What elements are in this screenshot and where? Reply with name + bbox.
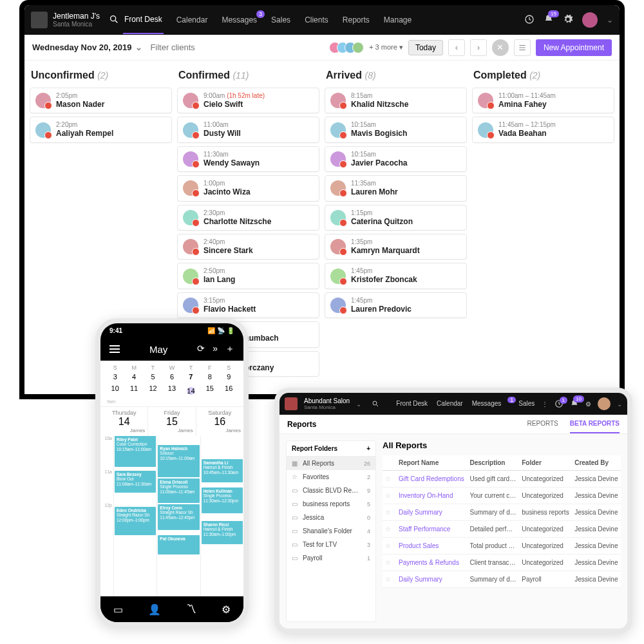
date-cell[interactable]: 7 [182, 373, 200, 381]
tablet-avatar[interactable] [598, 397, 611, 410]
more-icon[interactable]: ⋮ [542, 401, 548, 408]
star-icon[interactable]: ☆ [385, 559, 391, 566]
schedule-col-2[interactable]: Samantha LiHaircut & Finish10:45am–11:30… [200, 436, 243, 596]
schedule-event[interactable]: Pat Okuneva [158, 535, 199, 554]
new-appointment-button[interactable]: New Appointment [536, 39, 612, 56]
column-header[interactable]: Created By [572, 455, 621, 471]
tab-profile-icon[interactable]: 👤 [148, 603, 161, 616]
tablet-nav-front-desk[interactable]: Front Desk [396, 400, 428, 408]
table-row[interactable]: ☆Daily SummarySummary of d…PayrollJessic… [383, 571, 621, 588]
schedule-event[interactable]: Ryan HalmichScissor10:15am–11:00am [158, 445, 199, 477]
column-header[interactable]: Report Name [396, 455, 467, 471]
date-cell[interactable]: 10 [106, 384, 124, 397]
phone-schedule[interactable]: 10a11a12p Riley PatelColor Correction10:… [100, 436, 243, 596]
nav-reports[interactable]: Reports [341, 6, 371, 33]
clock-icon[interactable] [524, 14, 535, 26]
schedule-event[interactable]: Samantha LiHaircut & Finish10:45am–11:30… [202, 459, 243, 482]
appointment-card[interactable]: 2:40pmSincere Stark [177, 234, 319, 260]
appointment-card[interactable]: 2:05pmMason Nader [30, 88, 172, 113]
list-view-icon[interactable] [514, 39, 531, 56]
report-name-link[interactable]: Payments & Refunds [396, 554, 467, 571]
nav-clients[interactable]: Clients [303, 6, 330, 33]
tab-reports-icon[interactable]: 〽 [186, 603, 196, 615]
report-name-link[interactable]: Gift Card Redemptions [396, 471, 467, 488]
date-cell[interactable]: 8 [200, 373, 219, 381]
appointment-card[interactable]: 1:45pmLauren Predovic [325, 292, 467, 318]
staff-avatars[interactable] [333, 42, 364, 53]
date-cell[interactable]: 11 [124, 384, 143, 397]
star-icon[interactable]: ☆ [385, 576, 391, 583]
tablet-brand[interactable]: Abundant Salon Santa Monica [304, 397, 350, 410]
tablet-notifications[interactable]: 10 [570, 399, 579, 408]
schedule-event[interactable]: Elroy ConnStraight Razor Sh11:45am–12:45… [158, 504, 199, 530]
appointment-card[interactable]: 1:45pmKristofer Zboncak [325, 263, 467, 289]
schedule-event[interactable]: Eden OndrickaStraight Razor Sh12:00pm–1:… [115, 507, 156, 535]
folder-item[interactable]: ▭Classic BLVD Re…9 [287, 484, 375, 497]
date-cell[interactable]: 5 [144, 373, 162, 381]
tablet-nav-messages[interactable]: Messages1 [472, 400, 510, 408]
day-header[interactable]: Friday15James [148, 407, 196, 436]
date-cell[interactable]: 4 [124, 373, 143, 381]
schedule-col-0[interactable]: Riley PatelColor Correction10:15am–11:00… [113, 436, 156, 596]
appointment-card[interactable]: 2:30pmCharlotte Nitzsche [177, 205, 319, 231]
appointment-card[interactable]: 11:45am – 12:15pmVada Beahan [472, 117, 614, 142]
star-icon[interactable]: ☆ [385, 526, 391, 533]
star-icon[interactable]: ☆ [385, 475, 391, 482]
filter-clients-input[interactable] [150, 43, 253, 52]
nav-manage[interactable]: Manage [383, 6, 413, 33]
report-name-link[interactable]: Daily Summary [396, 504, 467, 521]
close-icon[interactable]: ✕ [492, 39, 509, 56]
tablet-nav-calendar[interactable]: Calendar [437, 400, 463, 408]
date-cell[interactable]: 6 [162, 373, 181, 381]
date-cell[interactable]: 3 [106, 373, 124, 381]
phone-title[interactable]: May [149, 344, 167, 355]
appointment-card[interactable]: 11:00am – 11:45amAmina Fahey [472, 88, 614, 113]
chevron-down-icon[interactable]: ⌄ [607, 15, 613, 24]
notifications[interactable]: 15 [544, 14, 554, 26]
forward-icon[interactable]: » [213, 343, 218, 355]
schedule-event[interactable]: Riley PatelColor Correction10:15am–11:00… [115, 436, 156, 467]
date-cell[interactable]: 16 [220, 384, 238, 397]
appointment-card[interactable]: 11:00amDusty Will [177, 117, 319, 142]
column-header[interactable]: Description [467, 455, 519, 471]
appointment-card[interactable]: 11:30amWendy Sawayn [177, 146, 319, 172]
table-row[interactable]: ☆Daily SummarySummary of d…business repo… [383, 504, 621, 521]
today-button[interactable]: Today [408, 40, 443, 55]
nav-sales[interactable]: Sales [270, 6, 292, 33]
clock-icon[interactable]: 1 [554, 399, 564, 408]
day-header[interactable]: Thursday14James [100, 407, 148, 436]
appointment-card[interactable]: 3:15pmFlavio Hackett [177, 292, 319, 318]
star-icon[interactable]: ☆ [385, 542, 391, 549]
appointment-card[interactable]: 11:35amLauren Mohr [325, 175, 467, 201]
column-header[interactable]: Folder [519, 455, 572, 471]
tab-settings-icon[interactable]: ⚙ [222, 603, 231, 616]
search-icon[interactable] [109, 14, 119, 26]
chevron-down-icon[interactable]: ⌄ [356, 401, 361, 408]
appointment-card[interactable]: 1:00pmJacinto Wiza [177, 175, 319, 201]
date-cell[interactable]: 14 [182, 384, 200, 397]
schedule-event[interactable]: Sharon RicciHaircut & Finish11:30am–1:00… [202, 521, 243, 544]
appointment-card[interactable]: 8:15amKhalid Nitzsche [325, 88, 467, 113]
folder-item[interactable]: ▭Payroll1 [287, 551, 375, 565]
appointment-card[interactable]: 1:15pmCaterina Quitzon [325, 205, 467, 231]
next-day-button[interactable]: › [470, 39, 487, 56]
refresh-icon[interactable]: ⟳ [197, 343, 205, 355]
folder-item[interactable]: ▦All Reports26 [287, 457, 375, 470]
add-folder-button[interactable]: + [366, 445, 370, 452]
folder-item[interactable]: ▭Test for LTV3 [287, 538, 375, 551]
date-cell[interactable]: 13 [162, 384, 181, 397]
gear-icon[interactable] [563, 14, 573, 26]
report-name-link[interactable]: Inventory On-Hand [396, 488, 467, 504]
schedule-event[interactable]: Sara BesseyBlow Out11:00am–11:30am [115, 471, 156, 493]
table-row[interactable]: ☆Product SalesTotal product …Uncategoriz… [383, 538, 621, 554]
table-row[interactable]: ☆Gift Card RedemptionsUsed gift card…Unc… [383, 471, 621, 488]
date-cell[interactable]: 12 [144, 384, 162, 397]
report-name-link[interactable]: Daily Summary [396, 571, 467, 588]
search-icon[interactable] [372, 400, 379, 408]
gear-icon[interactable]: ⚙ [585, 401, 591, 408]
tablet-nav-sales[interactable]: Sales [518, 400, 535, 408]
prev-day-button[interactable]: ‹ [448, 39, 465, 56]
plus-icon[interactable]: ＋ [225, 343, 234, 355]
nav-messages[interactable]: Messages3 [220, 6, 258, 33]
brand[interactable]: Jentleman J's Santa Monica [31, 12, 100, 28]
